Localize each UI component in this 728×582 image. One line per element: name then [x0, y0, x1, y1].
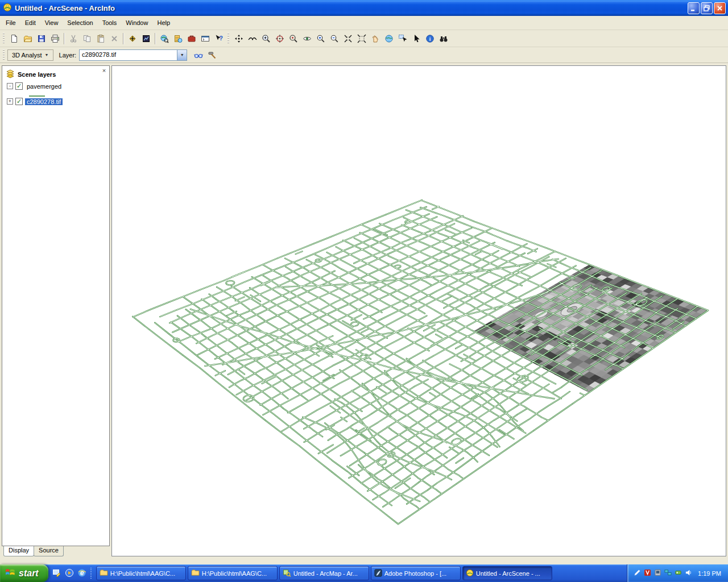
layer-item-pavemerged[interactable]: - ✓ pavemerged: [2, 81, 109, 91]
windows-flag-icon: [5, 568, 15, 579]
delete-button: [107, 32, 121, 45]
task-folder-2[interactable]: H:\Public\html\AAG\C...: [188, 566, 278, 580]
scene-3d-view[interactable]: [112, 66, 726, 556]
media-player-icon[interactable]: [65, 568, 74, 579]
launch-arctoolbox-button[interactable]: [185, 32, 198, 45]
save-button[interactable]: [35, 32, 48, 45]
menu-window[interactable]: Window: [121, 18, 152, 28]
window-title: Untitled - ArcScene - ArcInfo: [15, 4, 685, 13]
fly-button[interactable]: [246, 32, 259, 45]
layers-icon: [6, 69, 15, 80]
tif-checkbox[interactable]: ✓: [15, 98, 23, 105]
scene-viewport[interactable]: [111, 65, 726, 556]
title-bar[interactable]: Untitled - ArcScene - ArcInfo: [0, 0, 728, 16]
tab-display[interactable]: Display: [3, 546, 34, 556]
layer-label: Layer:: [59, 52, 77, 59]
svg-text:?: ?: [219, 35, 223, 41]
close-icon[interactable]: ×: [100, 66, 108, 74]
svg-text:e: e: [80, 569, 84, 577]
expand-icon[interactable]: +: [7, 98, 13, 105]
zoom-in-button[interactable]: [259, 32, 273, 45]
zoom-to-target-button[interactable]: [287, 32, 300, 45]
layer-symbol-line: [2, 91, 109, 97]
select-elements-button[interactable]: [410, 32, 423, 45]
start-button[interactable]: start: [0, 564, 48, 582]
select-features-button[interactable]: [396, 32, 410, 45]
folder-icon: [191, 569, 200, 577]
layer-name-pavemerged[interactable]: pavemerged: [25, 83, 63, 90]
close-button[interactable]: [714, 2, 726, 14]
analyst-toolbar: 3D Analyst ▼ Layer: c2890278.tif ▼: [0, 47, 728, 63]
chevron-down-icon: ▼: [45, 53, 49, 57]
menu-edit[interactable]: Edit: [20, 18, 40, 28]
toolbar-separator: [123, 33, 124, 44]
layer-combobox[interactable]: c2890278.tif ▼: [79, 49, 187, 61]
standard-toolbar: ? i: [0, 30, 728, 47]
restore-button[interactable]: [701, 2, 713, 14]
task-arcmap[interactable]: Untitled - ArcMap - Ar...: [279, 566, 369, 580]
zoom-extent-box-button[interactable]: [355, 32, 369, 45]
toolbar-grip[interactable]: [2, 49, 5, 61]
folder-icon: [100, 569, 108, 577]
identify-button[interactable]: i: [423, 32, 437, 45]
analyst-menu-button[interactable]: 3D Analyst ▼: [7, 49, 53, 61]
svg-text:i: i: [429, 36, 431, 41]
task-folder-1[interactable]: H:\Public\html\AAG\C...: [96, 566, 186, 580]
command-line-button[interactable]: [198, 32, 212, 45]
analyst-tool-button-1[interactable]: [192, 48, 205, 62]
network-icon[interactable]: [664, 569, 672, 577]
launch-arcmap-button[interactable]: [158, 32, 171, 45]
paste-button: [94, 32, 107, 45]
menu-help[interactable]: Help: [152, 18, 175, 28]
toc-tabs: Display Source: [2, 546, 110, 556]
print-button[interactable]: [48, 32, 62, 45]
zoom-to-selected-button[interactable]: [341, 32, 355, 45]
add-data-button[interactable]: [126, 32, 139, 45]
find-button[interactable]: [437, 32, 450, 45]
layer-combo-value: c2890278.tif: [80, 50, 177, 60]
toolbar-grip[interactable]: [2, 33, 5, 44]
whats-this-help-button[interactable]: ?: [212, 32, 226, 45]
new-document-button[interactable]: [7, 32, 21, 45]
collapse-icon[interactable]: -: [7, 83, 13, 89]
pen-icon[interactable]: [634, 569, 641, 577]
center-on-target-button[interactable]: [273, 32, 287, 45]
task-photoshop[interactable]: Adobe Photoshop - [...: [371, 566, 461, 580]
toc-box: × Scene layers - ✓ pavemerged + ✓ c28902…: [2, 65, 110, 546]
full-extent-globe-button[interactable]: [382, 32, 396, 45]
main-area: × Scene layers - ✓ pavemerged + ✓ c28902…: [0, 63, 728, 564]
toolbar-separator: [64, 33, 65, 44]
fixed-zoom-in-button[interactable]: [314, 32, 328, 45]
tab-source[interactable]: Source: [34, 546, 64, 556]
pavemerged-checkbox[interactable]: ✓: [15, 82, 23, 90]
pan-button[interactable]: [369, 32, 382, 45]
menu-selection[interactable]: Selection: [63, 18, 97, 28]
set-observer-button[interactable]: [300, 32, 314, 45]
show-desktop-icon[interactable]: [52, 568, 61, 579]
device-icon[interactable]: [654, 569, 661, 577]
navigate-button[interactable]: [232, 32, 246, 45]
internet-explorer-icon[interactable]: e: [77, 568, 86, 579]
arcscene-icon: [3, 3, 12, 13]
task-arcscene[interactable]: Untitled - ArcScene - ...: [462, 566, 552, 580]
minimize-button[interactable]: [688, 2, 700, 14]
launch-arccatalog-button[interactable]: [171, 32, 185, 45]
layer-name-tif[interactable]: c2890278.tif: [25, 98, 63, 105]
scene-properties-button[interactable]: [139, 32, 153, 45]
menu-tools[interactable]: Tools: [98, 18, 122, 28]
menu-file[interactable]: File: [1, 18, 20, 28]
volume-icon[interactable]: [685, 569, 692, 577]
check-icon: ✓: [16, 83, 22, 89]
antivirus-icon[interactable]: [644, 569, 651, 577]
usb-icon[interactable]: [675, 569, 682, 577]
open-button[interactable]: [21, 32, 35, 45]
cut-button: [67, 32, 80, 45]
scene-layers-header: Scene layers: [2, 66, 109, 81]
fixed-zoom-out-button[interactable]: [328, 32, 341, 45]
tools-toolbar-grip[interactable]: [227, 33, 230, 44]
combo-dropdown-button[interactable]: ▼: [177, 50, 187, 60]
menu-view[interactable]: View: [40, 18, 63, 28]
analyst-tool-button-2[interactable]: [205, 48, 219, 62]
layer-item-tif[interactable]: + ✓ c2890278.tif: [2, 97, 109, 106]
start-label: start: [19, 568, 39, 579]
